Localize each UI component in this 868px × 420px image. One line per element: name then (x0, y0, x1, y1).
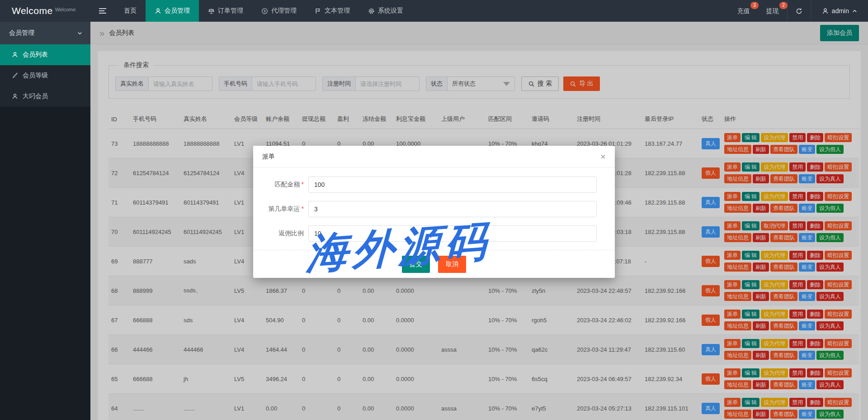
dispatch-modal: 派单 × 匹配金额*第几单幸运*返佣比例 提交 取消 海外源码 (253, 146, 615, 278)
refresh-icon (796, 8, 802, 14)
dollar-icon: $ (261, 8, 268, 14)
withdraw-link[interactable]: 提现2 (758, 0, 787, 22)
logo-sup-text: Welcome (55, 7, 76, 12)
sidebar-group-member[interactable]: 会员管理 (0, 22, 90, 44)
gear-icon (368, 8, 375, 14)
chevron-up-icon (852, 9, 857, 14)
nav-item-home[interactable]: 首页 (115, 0, 146, 22)
person-icon (155, 8, 161, 14)
sidebar: 会员管理 会员列表会员等级大叼会员 (0, 22, 90, 420)
modal-footer: 提交 取消 (253, 250, 615, 278)
nav-item-label: 订单管理 (218, 7, 243, 15)
nav-item-order[interactable]: 订单管理 (199, 0, 252, 22)
sidebar-items: 会员列表会员等级大叼会员 (0, 44, 90, 107)
sidebar-item-big-member[interactable]: 大叼会员 (0, 86, 90, 107)
modal-title: 派单 (262, 153, 275, 161)
flag-icon (315, 8, 321, 14)
menu-toggle-icon[interactable] (90, 0, 115, 22)
modal-body: 匹配金额*第几单幸运*返佣比例 (253, 167, 615, 242)
submit-button[interactable]: 提交 (402, 256, 430, 273)
nav-item-text[interactable]: 文本管理 (306, 0, 359, 22)
modal-field-lucky-order: 第几单幸运* (253, 201, 597, 217)
withdraw-label: 提现 (766, 7, 779, 14)
svg-text:$: $ (264, 9, 266, 13)
top-navbar: WelcomeWelcome 首页会员管理订单管理$代理管理文本管理系统设置 充… (0, 0, 868, 22)
sidebar-item-label: 大叼会员 (23, 92, 48, 100)
modal-field-rebate-ratio-label: 返佣比例 (253, 229, 304, 238)
level-icon (12, 72, 18, 79)
sidebar-item-label: 会员等级 (23, 72, 48, 80)
nav-item-agent[interactable]: $代理管理 (252, 0, 306, 22)
nav-item-label: 代理管理 (271, 7, 297, 15)
logo: WelcomeWelcome (0, 5, 90, 16)
recharge-link[interactable]: 充值3 (729, 0, 758, 22)
person-icon (12, 93, 18, 100)
nav-item-label: 文本管理 (325, 7, 350, 15)
modal-field-rebate-ratio: 返佣比例 (253, 225, 597, 242)
username: admin (832, 7, 849, 14)
modal-field-match-amount-input[interactable] (308, 177, 597, 193)
modal-field-lucky-order-input[interactable] (308, 201, 597, 217)
logo-text: Welcome (12, 5, 53, 16)
modal-field-rebate-ratio-input[interactable] (308, 225, 597, 242)
nav-item-label: 会员管理 (165, 7, 190, 15)
modal-field-match-amount-label: 匹配金额* (253, 181, 304, 189)
nav-item-label: 首页 (124, 7, 137, 15)
close-icon[interactable]: × (600, 152, 606, 161)
nav-item-label: 系统设置 (378, 7, 403, 15)
required-asterisk: * (302, 205, 304, 212)
user-menu[interactable]: admin (811, 7, 868, 14)
recharge-label: 充值 (737, 7, 750, 14)
cancel-button[interactable]: 取消 (438, 256, 466, 273)
modal-header: 派单 × (253, 146, 615, 167)
main-nav: 首页会员管理订单管理$代理管理文本管理系统设置 (115, 0, 412, 22)
sidebar-item-label: 会员列表 (23, 51, 48, 59)
sidebar-item-member-list[interactable]: 会员列表 (0, 44, 90, 65)
sidebar-item-member-level[interactable]: 会员等级 (0, 65, 90, 86)
nav-item-member[interactable]: 会员管理 (146, 0, 199, 22)
scales-icon (208, 8, 215, 14)
withdraw-badge: 2 (779, 2, 788, 9)
required-asterisk: * (302, 181, 304, 188)
recharge-badge: 3 (750, 2, 759, 9)
modal-field-match-amount: 匹配金额* (253, 177, 597, 193)
user-icon (822, 8, 829, 14)
modal-field-lucky-order-label: 第几单幸运* (253, 205, 304, 213)
chevron-down-icon (77, 31, 82, 36)
nav-item-system[interactable]: 系统设置 (359, 0, 412, 22)
navbar-right: 充值3 提现2 admin (729, 0, 868, 22)
person-icon (12, 52, 18, 58)
refresh-button[interactable] (787, 0, 811, 22)
sidebar-group-label: 会员管理 (9, 29, 34, 37)
